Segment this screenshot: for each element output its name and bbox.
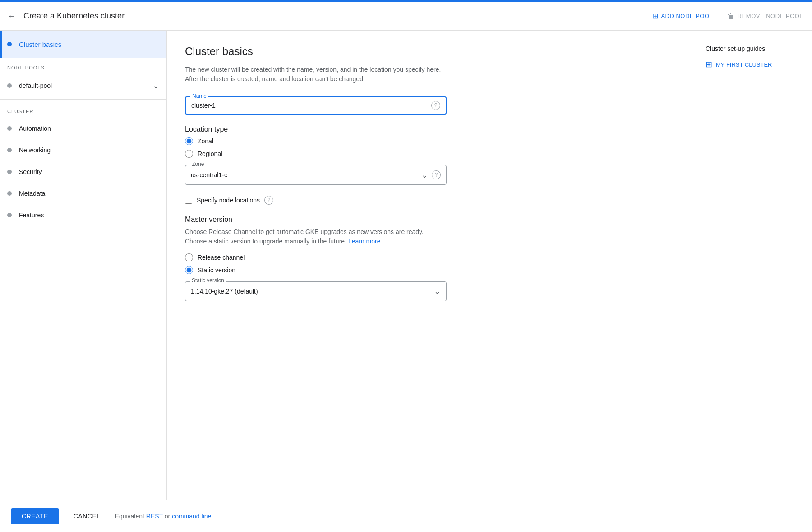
master-version-desc: Choose Release Channel to get automatic …: [185, 227, 447, 246]
zonal-label: Zonal: [198, 138, 213, 145]
back-icon: ←: [7, 11, 16, 21]
sidebar-cluster-basics-label: Cluster basics: [19, 41, 61, 48]
sidebar-item-features[interactable]: Features: [0, 204, 166, 226]
specify-node-locations-help-icon[interactable]: ?: [264, 196, 273, 205]
static-version-select-wrapper: Static version 1.14.10-gke.27 (default) …: [185, 281, 447, 301]
static-version-radio-label: Static version: [198, 266, 235, 274]
sidebar-item-cluster-basics[interactable]: Cluster basics: [0, 31, 166, 58]
my-first-cluster-link[interactable]: ⊞ MY FIRST CLUSTER: [706, 60, 801, 69]
location-radio-group: Zonal Regional: [185, 137, 447, 158]
sidebar-item-default-pool[interactable]: default-pool ⌄: [0, 74, 166, 97]
specify-node-locations-checkbox[interactable]: [185, 197, 192, 204]
rest-link[interactable]: REST: [146, 513, 163, 520]
name-field: Name ?: [185, 96, 447, 115]
top-bar: ← Create a Kubernetes cluster ⊞ ADD NODE…: [0, 2, 812, 31]
node-pools-section-label: NODE POOLS: [0, 58, 166, 74]
cluster-guide-icon: ⊞: [706, 60, 712, 69]
zone-select-wrapper: Zone us-central1-c ⌄ us-central1-c ?: [185, 165, 447, 185]
learn-more-link[interactable]: Learn more: [348, 238, 381, 245]
active-dot: [7, 42, 12, 46]
name-input[interactable]: [191, 102, 431, 109]
name-help-icon[interactable]: ?: [431, 101, 440, 110]
metadata-dot: [7, 191, 12, 196]
page-title: Create a Kubernetes cluster: [23, 11, 643, 21]
top-bar-actions: ⊞ ADD NODE POOL 🗑 REMOVE NODE POOL: [651, 8, 805, 24]
sidebar: Cluster basics NODE POOLS default-pool ⌄…: [0, 31, 167, 500]
automation-label: Automation: [19, 125, 51, 132]
specify-node-locations-row: Specify node locations ?: [185, 196, 677, 205]
name-input-wrapper: Name ?: [185, 96, 447, 115]
guides-title: Cluster set-up guides: [706, 45, 801, 52]
location-type-title: Location type: [185, 125, 447, 133]
my-first-cluster-label: MY FIRST CLUSTER: [716, 61, 772, 68]
automation-dot: [7, 126, 12, 131]
regional-radio-item[interactable]: Regional: [185, 150, 447, 158]
regional-label: Regional: [198, 150, 222, 157]
release-channel-radio-item[interactable]: Release channel: [185, 253, 677, 261]
release-channel-radio[interactable]: [185, 253, 193, 261]
right-sidebar: Cluster set-up guides ⊞ MY FIRST CLUSTER: [695, 31, 812, 500]
trash-icon: 🗑: [727, 12, 735, 20]
features-label: Features: [19, 211, 44, 219]
cancel-button[interactable]: CANCEL: [66, 508, 108, 524]
master-version-section: Master version Choose Release Channel to…: [185, 216, 677, 301]
content-area: Cluster basics The new cluster will be c…: [167, 31, 695, 500]
default-pool-label: default-pool: [19, 82, 152, 89]
sidebar-item-automation[interactable]: Automation: [0, 118, 166, 139]
page-description: The new cluster will be created with the…: [185, 65, 447, 84]
sidebar-item-security[interactable]: Security: [0, 161, 166, 183]
networking-label: Networking: [19, 147, 51, 154]
add-icon: ⊞: [652, 12, 659, 20]
specify-node-locations-label: Specify node locations: [197, 197, 260, 204]
pool-dot: [7, 83, 12, 88]
remove-node-pool-button[interactable]: 🗑 REMOVE NODE POOL: [725, 9, 805, 24]
create-button[interactable]: CREATE: [11, 508, 59, 524]
add-node-pool-button[interactable]: ⊞ ADD NODE POOL: [651, 8, 715, 24]
sidebar-item-metadata[interactable]: Metadata: [0, 183, 166, 204]
sidebar-divider: [0, 99, 166, 100]
back-button[interactable]: ←: [7, 11, 16, 21]
master-version-title: Master version: [185, 216, 677, 224]
networking-dot: [7, 148, 12, 152]
security-dot: [7, 170, 12, 174]
security-label: Security: [19, 168, 42, 175]
cluster-section-label: CLUSTER: [0, 101, 166, 118]
sidebar-item-networking[interactable]: Networking: [0, 139, 166, 161]
regional-radio[interactable]: [185, 150, 193, 158]
content-page-title: Cluster basics: [185, 45, 677, 58]
features-dot: [7, 213, 12, 217]
master-version-radio-group: Release channel Static version: [185, 253, 677, 274]
bottom-bar: CREATE CANCEL Equivalent REST or command…: [0, 500, 812, 532]
zonal-radio[interactable]: [185, 137, 193, 145]
main-layout: Cluster basics NODE POOLS default-pool ⌄…: [0, 31, 812, 500]
static-version-radio[interactable]: [185, 266, 193, 274]
command-line-link[interactable]: command line: [172, 513, 211, 520]
static-version-radio-item[interactable]: Static version: [185, 266, 677, 274]
name-label: Name: [190, 93, 208, 99]
equivalent-text: Equivalent REST or command line: [115, 513, 212, 520]
location-type-field: Location type Zonal Regional Zone us-cen…: [185, 125, 447, 185]
zonal-radio-item[interactable]: Zonal: [185, 137, 447, 145]
release-channel-label: Release channel: [198, 254, 245, 261]
chevron-down-icon: ⌄: [152, 81, 159, 91]
metadata-label: Metadata: [19, 190, 45, 197]
